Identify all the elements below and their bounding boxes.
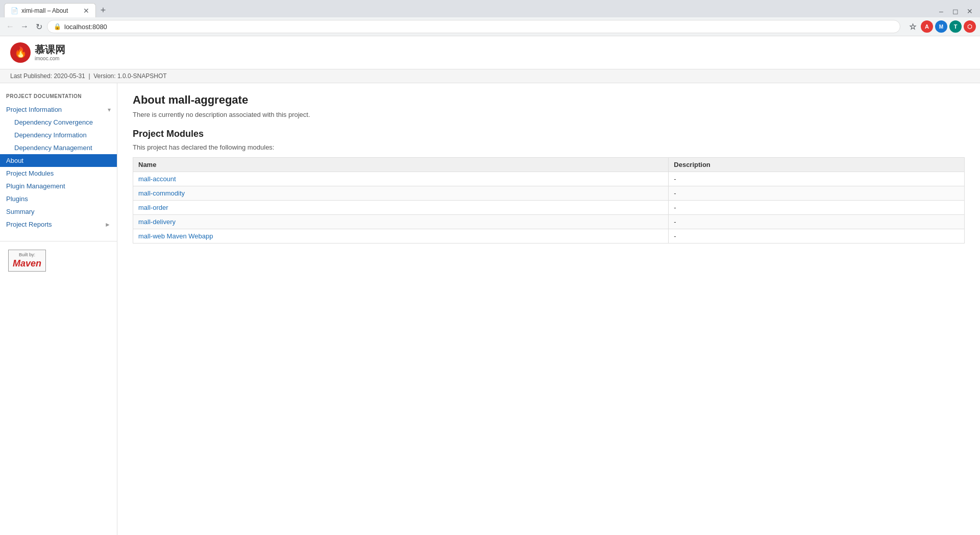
new-tab-button[interactable]: + — [96, 3, 110, 17]
profile-btn-1[interactable]: A — [921, 20, 933, 33]
sidebar-item-project-modules[interactable]: Project Modules — [0, 167, 117, 180]
table-row: mall-web Maven Webapp- — [133, 229, 965, 244]
module-desc-cell: - — [669, 229, 965, 244]
profile-btn-2[interactable]: M — [935, 20, 947, 33]
sidebar-label-plugins: Plugins — [6, 195, 28, 203]
maven-badge-inner: Built by: Maven — [13, 252, 41, 269]
module-desc-cell: - — [669, 186, 965, 201]
maven-built-by: Built by: — [19, 252, 35, 257]
address-bar: ← → ↻ 🔒 localhost:8080 ☆ A M T ⬡ — [0, 17, 980, 36]
published-bar: Last Published: 2020-05-31 | Version: 1.… — [0, 69, 980, 83]
lock-icon: 🔒 — [54, 23, 61, 30]
module-desc-cell: - — [669, 215, 965, 229]
sidebar-item-project-information[interactable]: Project Information ▾ — [0, 103, 117, 116]
sidebar-item-plugin-management[interactable]: Plugin Management — [0, 180, 117, 192]
module-name-cell: mall-web Maven Webapp — [133, 229, 669, 244]
logo-icon: 🔥 — [10, 42, 31, 63]
sidebar-label-project-information: Project Information — [6, 106, 62, 113]
bookmark-button[interactable]: ☆ — [906, 20, 919, 33]
module-desc-cell: - — [669, 201, 965, 215]
sidebar-item-plugins[interactable]: Plugins — [0, 192, 117, 205]
sidebar-label-summary: Summary — [6, 208, 35, 215]
modules-table: Name Description mall-account-mall-commo… — [133, 157, 965, 244]
maximize-button[interactable]: ◻ — [949, 5, 962, 17]
sidebar-item-project-reports[interactable]: Project Reports ► — [0, 218, 117, 231]
sidebar-item-dependency-management[interactable]: Dependency Management — [0, 141, 117, 154]
main-content: PROJECT DOCUMENTATION Project Informatio… — [0, 83, 980, 535]
sidebar-label-project-reports: Project Reports — [6, 221, 52, 228]
sidebar-label-dep-convergence: Dependency Convergence — [14, 118, 93, 126]
chevron-right-icon: ► — [105, 221, 111, 228]
tab-bar: 📄 ximi-mall – About ✕ + – ◻ ✕ — [0, 0, 980, 17]
sidebar: PROJECT DOCUMENTATION Project Informatio… — [0, 83, 117, 535]
section-description: This project has declared the following … — [133, 143, 965, 151]
active-tab[interactable]: 📄 ximi-mall – About ✕ — [4, 3, 96, 17]
extensions-button[interactable]: ⬡ — [964, 20, 976, 33]
logo-sub: imooc.com — [35, 56, 65, 62]
sidebar-item-about[interactable]: About — [0, 154, 117, 167]
sidebar-item-summary[interactable]: Summary — [0, 205, 117, 218]
page-title: About mall-aggregate — [133, 93, 965, 107]
version-label: Version: 1.0.0-SNAPSHOT — [93, 72, 166, 80]
module-name-cell: mall-account — [133, 172, 669, 186]
page-description: There is currently no description associ… — [133, 111, 965, 118]
module-link[interactable]: mall-commodity — [138, 189, 185, 197]
sidebar-item-dependency-information[interactable]: Dependency Information — [0, 129, 117, 141]
sidebar-label-about: About — [6, 157, 23, 164]
logo-text: 慕课网 imooc.com — [35, 43, 65, 62]
back-button[interactable]: ← — [4, 20, 16, 33]
content-area: About mall-aggregate There is currently … — [117, 83, 980, 535]
close-button[interactable]: ✕ — [964, 5, 976, 17]
col-desc-header: Description — [669, 158, 965, 172]
tab-close-button[interactable]: ✕ — [83, 7, 89, 14]
table-row: mall-commodity- — [133, 186, 965, 201]
browser-chrome: 📄 ximi-mall – About ✕ + – ◻ ✕ ← → ↻ 🔒 lo… — [0, 0, 980, 36]
sidebar-label-dep-mgmt: Dependency Management — [14, 144, 92, 152]
table-row: mall-order- — [133, 201, 965, 215]
logo-name: 慕课网 — [35, 43, 65, 56]
sidebar-item-dependency-convergence[interactable]: Dependency Convergence — [0, 116, 117, 129]
tab-page-icon: 📄 — [11, 7, 18, 14]
sidebar-label-dep-info: Dependency Information — [14, 131, 87, 139]
maven-logo-text: Maven — [13, 258, 41, 269]
url-bar[interactable]: 🔒 localhost:8080 — [47, 20, 900, 33]
module-link[interactable]: mall-order — [138, 204, 168, 211]
module-name-cell: mall-delivery — [133, 215, 669, 229]
minimize-button[interactable]: – — [935, 5, 947, 17]
published-label: Last Published: 2020-05-31 — [10, 72, 85, 80]
sidebar-bottom: Built by: Maven — [0, 241, 117, 280]
table-row: mall-delivery- — [133, 215, 965, 229]
browser-actions: ☆ A M T ⬡ — [906, 20, 976, 33]
module-desc-cell: - — [669, 172, 965, 186]
sidebar-section-title: PROJECT DOCUMENTATION — [0, 91, 117, 103]
sidebar-label-project-modules: Project Modules — [6, 169, 54, 177]
forward-button[interactable]: → — [18, 20, 31, 33]
col-name-header: Name — [133, 158, 669, 172]
url-text: localhost:8080 — [64, 23, 107, 31]
chevron-down-icon: ▾ — [108, 106, 111, 113]
module-link[interactable]: mall-delivery — [138, 218, 176, 226]
page-header: 🔥 慕课网 imooc.com — [0, 36, 980, 69]
module-link[interactable]: mall-account — [138, 175, 176, 183]
svg-text:🔥: 🔥 — [14, 46, 27, 58]
module-name-cell: mall-order — [133, 201, 669, 215]
logo-area: 🔥 慕课网 imooc.com — [10, 42, 970, 63]
section-title: Project Modules — [133, 129, 965, 139]
refresh-button[interactable]: ↻ — [33, 20, 45, 33]
module-name-cell: mall-commodity — [133, 186, 669, 201]
profile-btn-3[interactable]: T — [949, 20, 962, 33]
tab-title: ximi-mall – About — [21, 7, 68, 14]
sidebar-label-plugin-management: Plugin Management — [6, 182, 65, 190]
maven-badge: Built by: Maven — [8, 250, 46, 272]
table-row: mall-account- — [133, 172, 965, 186]
module-link[interactable]: mall-web Maven Webapp — [138, 232, 213, 240]
window-controls: – ◻ ✕ — [935, 5, 976, 17]
